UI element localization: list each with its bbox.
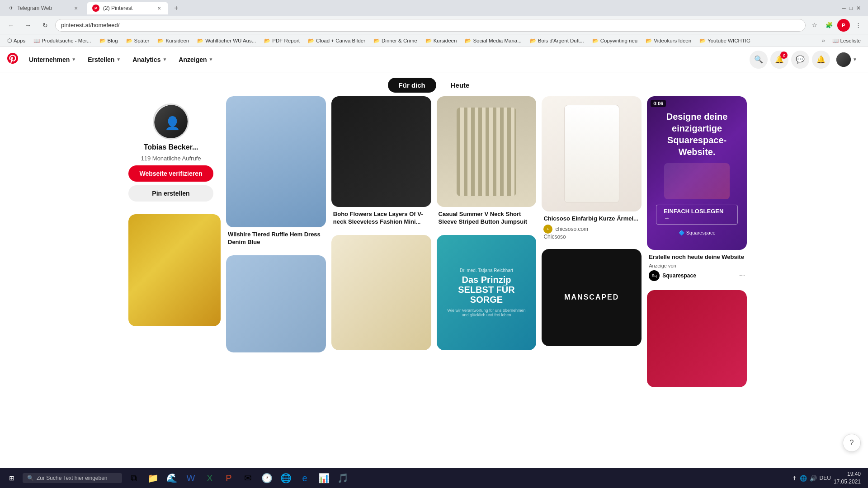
pin-selbstsorge[interactable]: Dr. med. Tatjana Reichhart Das Prinzip S… (437, 235, 537, 350)
browser-titlebar: ✈ Telegram Web ✕ P (2) Pinterest ✕ + ─ □… (0, 0, 868, 16)
user-menu-button[interactable]: ▼ (833, 51, 861, 69)
pin-blue-ruffle-title: Wilshire Tiered Ruffle Hem Dress Denim B… (228, 231, 324, 246)
chrome-icon: 🌐 (280, 473, 292, 483)
feed-scroll[interactable]: Für dich Heute 👤 Tobias Becker (0, 72, 868, 468)
chat-icon: 💬 (796, 55, 805, 64)
taskbar-search[interactable]: 🔍 Zur Suche Text hier eingeben (23, 473, 122, 483)
bookmark-leseliste[interactable]: 📖 Leseliste (829, 36, 864, 46)
menu-btn[interactable]: ⋮ (852, 19, 864, 32)
extensions-btn[interactable]: 🧩 (823, 19, 835, 32)
new-tab-button[interactable]: + (170, 2, 183, 14)
forward-button[interactable]: → (21, 18, 35, 33)
folder-icon-12: 📂 (592, 38, 599, 44)
bookmark-copywriting-label: Copywriting neu (600, 38, 637, 43)
tab-telegram-close[interactable]: ✕ (72, 5, 80, 12)
taskbar-app-excel[interactable]: X (201, 469, 219, 487)
back-button[interactable]: ← (4, 18, 18, 33)
pin-stripe-info: Casual Summer V Neck Short Sleeve Stripe… (437, 207, 537, 230)
bookmark-apps[interactable]: ⬡ Apps (4, 36, 29, 46)
profile-avatar: 👤 (153, 103, 189, 140)
tab-pinterest-close[interactable]: ✕ (156, 5, 163, 12)
taskbar-app-chrome[interactable]: 🌐 (277, 469, 295, 487)
pin-floral2[interactable] (331, 235, 431, 350)
help-bubble[interactable]: ? (843, 434, 861, 452)
bookmark-spater[interactable]: 📂 Später (123, 36, 153, 46)
profile-btn[interactable]: P (837, 19, 850, 32)
window-maximize-btn[interactable]: □ (849, 5, 853, 11)
tray-volume-icon[interactable]: 🔊 (810, 475, 817, 482)
notifications-button[interactable]: 🔔 2 (770, 51, 788, 69)
bookmark-cload[interactable]: 📂 Cload + Canva Bilder (304, 36, 369, 46)
window-close-btn[interactable]: ✕ (856, 5, 861, 11)
pin-yellow-dress[interactable] (128, 214, 221, 333)
taskbar-app-powerpoint[interactable]: P (220, 469, 238, 487)
nav-unternehmen-label: Unternehmen (29, 56, 70, 63)
pinterest-header: Unternehmen ▼ Erstellen ▼ Analytics ▼ An… (0, 47, 868, 72)
edge-icon: 🌊 (166, 473, 178, 483)
bookmark-dinner[interactable]: 📂 Dinner & Crime (370, 36, 421, 46)
nav-erstellen[interactable]: Erstellen ▼ (82, 52, 126, 67)
bookmark-wahlfacher[interactable]: 📂 Wahlfächer WU Aus... (193, 36, 259, 46)
user-avatar (836, 52, 851, 67)
refresh-button[interactable]: ↻ (38, 18, 52, 33)
bookmark-socialmedia[interactable]: 📂 Social Media Mana... (461, 36, 525, 46)
tray-icon-1[interactable]: ⬆ (792, 475, 797, 482)
pin-col1-2[interactable] (226, 255, 326, 352)
bookmark-pdf[interactable]: 📂 PDF Report (260, 36, 303, 46)
bookmarks-overflow[interactable]: » (819, 38, 828, 44)
pinterest-logo[interactable] (7, 53, 18, 66)
pin-chicsoso[interactable]: Chicsoso Einfarbig Kurze Ärmel... C chic… (542, 96, 642, 244)
bookmark-youtube[interactable]: 📂 Youtube WICHTIG (696, 36, 754, 46)
bookmark-star-btn[interactable]: ☆ (808, 19, 821, 32)
bookmark-kursideen2[interactable]: 📂 Kursideen (422, 36, 461, 46)
window-minimize-btn[interactable]: ─ (842, 5, 846, 11)
tab-pinterest[interactable]: P (2) Pinterest ✕ (87, 2, 168, 14)
tray-network-icon[interactable]: 🌐 (800, 475, 807, 482)
bookmark-blog[interactable]: 📂 Blog (96, 36, 122, 46)
feed-tabs: Für dich Heute (118, 72, 750, 96)
ad-more-button[interactable]: ··· (739, 272, 745, 280)
pin-floral[interactable]: Boho Flowers Lace Layers Of V-neck Sleev… (331, 96, 431, 230)
pin-stripe[interactable]: Casual Summer V Neck Short Sleeve Stripe… (437, 96, 537, 230)
taskbar-app-unknown1[interactable]: 📊 (315, 469, 333, 487)
bookmark-videokurs[interactable]: 📂 Videokurs Ideen (642, 36, 695, 46)
taskbar-app-edge[interactable]: 🌊 (163, 469, 181, 487)
taskbar-app-explorer[interactable]: 📁 (144, 469, 162, 487)
bookmark-produktsuche[interactable]: 📖 Produktsuche - Mer... (30, 36, 94, 46)
nav-unternehmen[interactable]: Unternehmen ▼ (24, 52, 81, 67)
taskbar-app-clock[interactable]: 🕐 (258, 469, 276, 487)
nav-analytics-chevron: ▼ (162, 57, 167, 62)
address-bar[interactable]: pinterest.at/homefeed/ (55, 19, 806, 32)
bookmark-bois[interactable]: 📂 Bois d'Argent Duft... (526, 36, 588, 46)
tab-fur-dich[interactable]: Für dich (388, 78, 436, 93)
pin-red-dress[interactable] (647, 290, 747, 387)
edge2-icon: e (302, 473, 307, 483)
create-pin-button[interactable]: Pin erstellen (128, 185, 213, 202)
taskbar-app-unknown2[interactable]: 🎵 (334, 469, 352, 487)
tab-heute[interactable]: Heute (440, 78, 481, 93)
bookmark-youtube-label: Youtube WICHTIG (708, 38, 750, 43)
search-button[interactable]: 🔍 (750, 51, 768, 69)
taskbar-apps: ⧉ 📁 🌊 W X P ✉ 🕐 🌐 e 📊 🎵 (125, 469, 352, 487)
bookmark-copywriting[interactable]: 📂 Copywriting neu (589, 36, 641, 46)
messages-button[interactable]: 💬 (791, 51, 809, 69)
pin-manscaped[interactable]: MANSCAPED (542, 249, 642, 346)
taskbar-app-taskview[interactable]: ⧉ (125, 469, 143, 487)
word-icon: W (187, 473, 195, 483)
alerts-button[interactable]: 🔔 (812, 51, 830, 69)
taskbar-app-mail[interactable]: ✉ (239, 469, 257, 487)
taskbar-app-edge2[interactable]: e (296, 469, 314, 487)
tab-telegram[interactable]: ✈ Telegram Web ✕ (4, 2, 85, 14)
nav-anzeigen[interactable]: Anzeigen ▼ (173, 52, 218, 67)
windows-start-button[interactable]: ⊞ (4, 470, 20, 486)
taskbar-search-icon: 🔍 (27, 475, 34, 481)
verify-website-button[interactable]: Webseite verifizieren (128, 165, 213, 182)
nav-analytics[interactable]: Analytics ▼ (127, 52, 172, 67)
pin-squarespace-ad[interactable]: 0:06 Designe deine einzigartige Squaresp… (647, 96, 747, 285)
taskbar-app-word[interactable]: W (182, 469, 200, 487)
pin-chicsoso-info: Chicsoso Einfarbig Kurze Ärmel... C chic… (542, 211, 642, 244)
squarespace-cta[interactable]: EINFACH LOSLEGEN → (656, 205, 738, 225)
nav-erstellen-label: Erstellen (88, 56, 114, 63)
pin-blue-ruffle[interactable]: Wilshire Tiered Ruffle Hem Dress Denim B… (226, 96, 326, 250)
bookmark-kursideen1[interactable]: 📂 Kursideen (154, 36, 193, 46)
